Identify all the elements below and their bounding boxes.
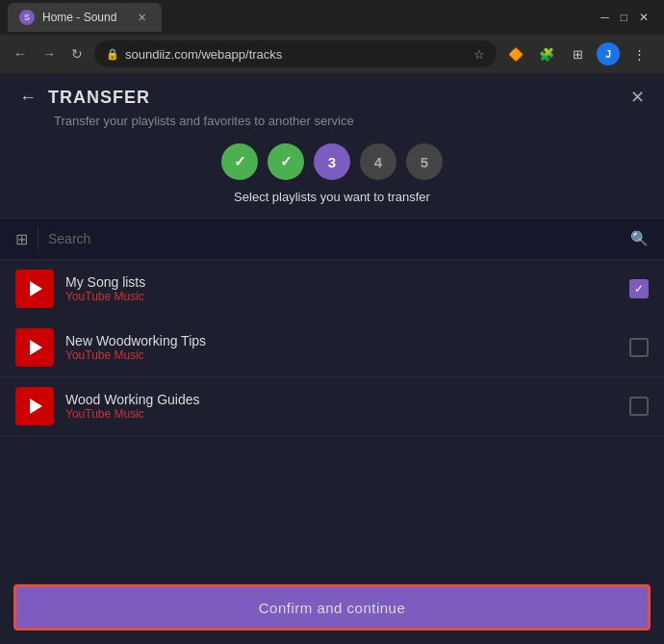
playlist-info: New Woodworking Tips YouTube Music	[65, 333, 618, 362]
playlist-thumbnail	[15, 328, 54, 367]
bookmark-icon[interactable]: ☆	[473, 47, 485, 62]
tab-close-button[interactable]: ✕	[134, 10, 150, 26]
step-2: ✓	[268, 143, 304, 180]
playlist-service: YouTube Music	[65, 290, 618, 303]
filter-icon[interactable]: ⊞	[15, 230, 28, 248]
browser-action-icons: 🔶 🧩 ⊞ J ⋮	[504, 42, 654, 65]
playlist-thumbnail	[15, 270, 54, 308]
list-item[interactable]: New Woodworking Tips YouTube Music	[0, 319, 664, 377]
playlist-service: YouTube Music	[65, 407, 618, 421]
playlist-name: My Song lists	[65, 274, 618, 290]
browser-tab[interactable]: S Home - Sound ✕	[8, 3, 162, 32]
tab-favicon: S	[19, 10, 35, 25]
address-bar-row: ← → ↻ 🔒 soundiiz.com/webapp/tracks ☆ 🔶 🧩…	[0, 35, 664, 73]
play-icon	[30, 399, 42, 414]
user-avatar[interactable]: J	[597, 42, 620, 65]
refresh-button[interactable]: ↻	[67, 42, 87, 65]
step-3-label: 3	[328, 154, 336, 170]
checkbox-checked-icon: ✓	[629, 279, 649, 298]
search-icon[interactable]: 🔍	[630, 230, 649, 247]
extension-icon-2[interactable]: 🧩	[535, 42, 558, 65]
playlist-info: My Song lists YouTube Music	[65, 274, 618, 303]
app-header: ← TRANSFER ✕	[0, 73, 664, 114]
step-5: 5	[406, 143, 443, 180]
menu-icon[interactable]: ⋮	[627, 42, 651, 65]
confirm-continue-button[interactable]: Confirm and continue	[13, 584, 651, 631]
page-title: TRANSFER	[48, 88, 150, 108]
playlist-name: Wood Working Guides	[65, 392, 618, 407]
extension-icon-3[interactable]: ⊞	[566, 42, 589, 65]
address-icons: ☆	[473, 47, 485, 62]
step-1-label: ✓	[234, 153, 246, 170]
extension-icon-1[interactable]: 🔶	[504, 42, 527, 65]
playlist-checkbox[interactable]	[629, 397, 649, 416]
step-3: 3	[314, 143, 350, 180]
playlist-info: Wood Working Guides YouTube Music	[65, 392, 618, 421]
step-2-label: ✓	[280, 153, 293, 170]
minimize-button[interactable]: ─	[600, 11, 609, 24]
playlist-list: My Song lists YouTube Music ✓ New Woodwo…	[0, 260, 664, 436]
close-button[interactable]: ✕	[630, 87, 645, 108]
step-4: 4	[360, 143, 396, 180]
window-controls: ─ □ ✕	[600, 11, 656, 24]
subtitle-text: Transfer your playlists and favorites to…	[0, 114, 664, 128]
tab-title: Home - Sound	[42, 11, 126, 24]
app-content: ← TRANSFER ✕ Transfer your playlists and…	[0, 73, 664, 644]
lock-icon: 🔒	[106, 48, 119, 61]
step-4-label: 4	[374, 154, 382, 170]
checkbox-unchecked-icon	[629, 338, 649, 357]
title-bar: S Home - Sound ✕ ─ □ ✕	[0, 0, 664, 35]
playlist-service: YouTube Music	[65, 348, 618, 362]
address-bar[interactable]: 🔒 soundiiz.com/webapp/tracks ☆	[94, 40, 497, 67]
checkbox-unchecked-icon	[629, 397, 649, 416]
steps-container: ✓ ✓ 3 4 5	[0, 143, 664, 180]
playlist-checkbox[interactable]	[629, 338, 649, 357]
list-item[interactable]: My Song lists YouTube Music ✓	[0, 260, 664, 319]
divider	[38, 227, 38, 250]
search-row: ⊞ 🔍	[0, 218, 664, 260]
url-text: soundiiz.com/webapp/tracks	[125, 47, 468, 62]
back-button[interactable]: ←	[19, 88, 37, 108]
playlist-name: New Woodworking Tips	[65, 333, 618, 348]
forward-nav-button[interactable]: →	[38, 42, 60, 65]
playlist-checkbox[interactable]: ✓	[629, 279, 649, 298]
list-item[interactable]: Wood Working Guides YouTube Music	[0, 377, 664, 436]
search-input[interactable]	[48, 231, 621, 246]
confirm-btn-container: Confirm and continue	[13, 584, 651, 631]
play-icon	[30, 281, 42, 296]
step-1: ✓	[221, 143, 258, 180]
browser-chrome: S Home - Sound ✕ ─ □ ✕ ← → ↻ 🔒 soundiiz.…	[0, 0, 664, 73]
play-icon	[30, 340, 42, 355]
header-left: ← TRANSFER	[19, 88, 150, 108]
close-window-button[interactable]: ✕	[639, 11, 649, 24]
maximize-button[interactable]: □	[621, 11, 627, 24]
back-nav-button[interactable]: ←	[10, 42, 31, 65]
playlist-thumbnail	[15, 387, 54, 425]
step-5-label: 5	[421, 154, 428, 170]
step-instruction: Select playlists you want to transfer	[0, 190, 664, 204]
